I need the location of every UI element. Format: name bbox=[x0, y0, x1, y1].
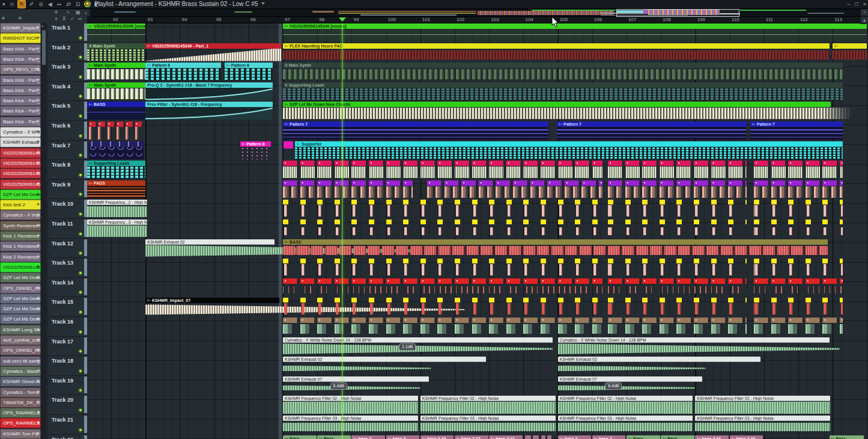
move-handle-icon[interactable]: + bbox=[37, 45, 40, 54]
track-options[interactable]: ... bbox=[53, 154, 56, 158]
move-handle-icon[interactable]: + bbox=[37, 190, 40, 199]
picker-item[interactable]: KSHMR Tom Fill 18 -...+ bbox=[0, 429, 41, 439]
picker-item[interactable]: SZP Let Me Down 3 ki...+ bbox=[0, 293, 41, 304]
clip[interactable]: KSHMR Frequency Filler 02 - High Noise bbox=[420, 396, 556, 414]
clip[interactable]: bass 2 #1 bbox=[489, 435, 522, 439]
toolbar-icon-8[interactable]: ⊡ bbox=[74, 1, 82, 8]
clip[interactable]: Cymatics - X White Noise Down 14 - 128 B… bbox=[558, 337, 840, 355]
track-header[interactable]: Track 12... bbox=[48, 239, 87, 259]
track-header[interactable]: Track 14... bbox=[48, 278, 87, 298]
clip-header[interactable]: X Main Synth bbox=[87, 43, 145, 49]
clip-header[interactable] bbox=[608, 180, 747, 186]
clip[interactable]: KSHMR Exhaust 02 bbox=[558, 357, 760, 375]
clip-header[interactable] bbox=[608, 278, 747, 284]
clip-header[interactable]: KSHMR Frequency Filler 02 - High Noise bbox=[558, 396, 693, 401]
track-options[interactable]: ... bbox=[53, 389, 56, 393]
track-arm-led[interactable] bbox=[79, 95, 82, 97]
clip[interactable]: KSHMR Frequency Filler 02 - High Noise bbox=[558, 396, 693, 414]
picker-item[interactable]: Bass Kick - Part_2 #6+ bbox=[0, 54, 41, 64]
move-handle-icon[interactable]: + bbox=[37, 429, 40, 438]
clip-header[interactable] bbox=[608, 259, 747, 263]
track-options[interactable]: ... bbox=[53, 193, 56, 197]
clip[interactable]: Bass bbox=[283, 435, 316, 439]
clip[interactable]: Main Synth bbox=[87, 63, 145, 81]
track-options[interactable]: ... bbox=[53, 95, 56, 99]
clip[interactable]: Supporter bbox=[295, 141, 843, 159]
move-handle-icon[interactable]: + bbox=[37, 346, 40, 355]
picker-item[interactable]: Cymatics - X White N...+ bbox=[0, 127, 41, 137]
clip[interactable] bbox=[89, 141, 144, 159]
move-handle-icon[interactable]: + bbox=[37, 34, 40, 43]
picker-item[interactable]: SZP Let Me Down 3 ki...+ bbox=[0, 304, 41, 314]
picker-item[interactable]: VID20250906145349...+ bbox=[0, 179, 41, 189]
clip[interactable] bbox=[89, 121, 144, 140]
track-arm-led[interactable] bbox=[79, 37, 82, 39]
track-arm-led[interactable] bbox=[79, 331, 82, 333]
clip-header[interactable] bbox=[283, 200, 602, 204]
track-header[interactable]: Track 10... bbox=[48, 199, 87, 219]
clip-header[interactable]: Supporter bbox=[295, 141, 843, 147]
track-header[interactable]: Track 2... bbox=[48, 43, 87, 63]
clip-header[interactable]: KSHMR Frequency Filler 03 - High Noise bbox=[420, 416, 556, 421]
clip[interactable]: bass 2 #2 bbox=[455, 435, 488, 439]
clip[interactable]: PADS bbox=[87, 180, 145, 198]
clip-header[interactable] bbox=[608, 318, 747, 323]
clip[interactable]: X Supporting Leads bbox=[283, 82, 843, 100]
track-header[interactable]: Track 19... bbox=[48, 376, 87, 396]
clip[interactable]: bass 2 #4 bbox=[730, 435, 763, 439]
clip-header[interactable] bbox=[754, 298, 843, 302]
clip[interactable] bbox=[608, 259, 747, 277]
clip-header[interactable]: SZP Let Me Down New Chords bbox=[283, 102, 831, 107]
clip-header[interactable]: VID20250906145349 [vocals] bbox=[283, 23, 867, 29]
clip[interactable] bbox=[608, 318, 747, 336]
clip-header[interactable] bbox=[89, 141, 144, 147]
clip-header[interactable] bbox=[754, 318, 843, 323]
picker-item[interactable]: T89AFDK_DK_CRASH+ bbox=[0, 398, 41, 408]
move-handle-icon[interactable]: + bbox=[37, 242, 40, 251]
clip-header[interactable] bbox=[283, 180, 413, 186]
track-header[interactable]: Track 9... bbox=[48, 180, 87, 200]
picker-item[interactable]: OPS_ORKB1_KICK_06...+ bbox=[0, 345, 41, 355]
clip-header[interactable]: KSHMR Frequency Filler 03 - High Noise bbox=[283, 416, 418, 421]
clip-header[interactable]: KSHMR Exhaust 02 bbox=[145, 239, 275, 245]
clip-header[interactable]: Free Filter - Sylenth1 #18 - Frequency bbox=[145, 102, 273, 107]
toolbar-icon-2[interactable]: ✎ bbox=[17, 0, 26, 8]
clip-header[interactable]: VID20250906145349 - Part_1 bbox=[145, 43, 281, 49]
track-header[interactable]: Track 5... bbox=[48, 101, 87, 121]
clip[interactable] bbox=[283, 200, 602, 218]
clip-header[interactable]: KSHMR Frequency Filler 03 - High Noise bbox=[558, 416, 693, 421]
clip-header[interactable] bbox=[283, 161, 602, 166]
picker-item[interactable]: SZP Let Me Down 3 ki...+ bbox=[0, 314, 41, 324]
picker-item[interactable]: OPS_RAWMELSUITE1_...+ bbox=[0, 408, 41, 418]
overview-viewport[interactable] bbox=[616, 9, 739, 17]
clip-header[interactable] bbox=[89, 121, 144, 127]
clip-header[interactable]: BASS bbox=[87, 102, 145, 107]
picker-item[interactable]: Bass Kick - Part_2 #4+ bbox=[0, 106, 41, 116]
track-header[interactable]: Track 8... bbox=[48, 160, 87, 180]
clip[interactable]: X Main Synth bbox=[87, 43, 145, 61]
clip-header[interactable]: Pattern 7 bbox=[283, 121, 548, 127]
track-arm-led[interactable] bbox=[79, 174, 82, 176]
track-arm-led[interactable] bbox=[79, 350, 82, 352]
track-options[interactable]: ... bbox=[53, 331, 56, 335]
playlist-grid[interactable]: VID20250906145349 [vocals]VID20250906145… bbox=[0, 0, 868, 439]
move-handle-icon[interactable]: + bbox=[37, 23, 40, 32]
move-handle-icon[interactable]: + bbox=[37, 263, 40, 272]
clip[interactable]: KSHMR Frequency...2 - High Noise bbox=[87, 200, 147, 218]
clip-header[interactable] bbox=[283, 278, 602, 284]
track-arm-led[interactable] bbox=[79, 76, 82, 78]
toolbar-icon-3[interactable]: ✐ bbox=[28, 1, 35, 8]
clip[interactable]: Pattern 7 bbox=[750, 121, 843, 140]
clip-header[interactable]: Pattern 7 bbox=[557, 121, 747, 127]
picker-item[interactable]: Kick 1 Rendered Fro...+ bbox=[0, 231, 41, 241]
clip-header[interactable] bbox=[283, 259, 602, 263]
picker-item[interactable]: Cymatics - Bass Shot...+ bbox=[0, 366, 41, 376]
move-handle-icon[interactable]: + bbox=[37, 96, 40, 105]
window-title[interactable]: Playlist - Arrangement - KSHMR Brass Sus… bbox=[94, 1, 265, 7]
track-options[interactable]: ... bbox=[53, 37, 56, 41]
track-arm-led[interactable] bbox=[79, 252, 82, 254]
clip[interactable] bbox=[283, 278, 602, 296]
clip[interactable]: bass 2 bbox=[558, 435, 591, 439]
clip-header[interactable] bbox=[833, 43, 867, 49]
track-header[interactable]: Track 15... bbox=[48, 297, 87, 317]
